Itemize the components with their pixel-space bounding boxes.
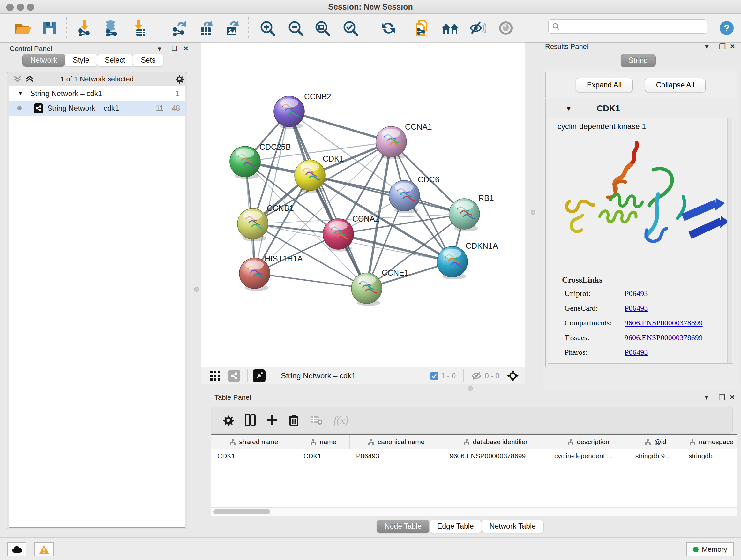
table-hscrollbar-thumb[interactable] <box>213 509 270 514</box>
cdk1-details: cyclin-dependent kinase 1 <box>548 118 733 364</box>
right-splitter-handle[interactable] <box>531 210 536 214</box>
section-disclosure-caret[interactable]: ▼ <box>565 105 572 112</box>
table-row[interactable]: CDK1CDK1P064939606.ENSP00000378699cyclin… <box>211 449 737 463</box>
network-tree-root-row[interactable]: ▼ String Network – cdk1 1 <box>9 86 185 101</box>
apply-layout-button[interactable] <box>379 18 398 38</box>
import-table-file-button[interactable] <box>129 18 149 38</box>
hidden-eye-icon[interactable] <box>471 371 482 380</box>
table-hscrollbar[interactable] <box>211 507 737 516</box>
network-node-CDC6[interactable]: CDC6 <box>389 175 440 213</box>
open-session-button[interactable] <box>13 18 33 38</box>
grid-view-icon[interactable] <box>210 370 220 381</box>
tree-disclosure-caret[interactable]: ▼ <box>18 90 23 97</box>
column-header-name[interactable]: name <box>297 435 350 449</box>
panel-menu-caret[interactable]: ▼ <box>703 394 710 401</box>
show-all-button[interactable] <box>496 18 516 38</box>
birds-eye-view-icon[interactable] <box>253 369 266 382</box>
network-tree-child-row[interactable]: String Network – cdk1 11 48 <box>9 101 185 116</box>
tab-sets[interactable]: Sets <box>133 54 163 67</box>
zoom-fit-button[interactable] <box>313 18 332 38</box>
export-network-button[interactable] <box>170 18 189 38</box>
left-splitter-handle[interactable] <box>194 287 199 292</box>
zoom-in-button[interactable] <box>258 18 277 38</box>
export-image-button[interactable] <box>222 18 242 38</box>
import-network-from-database-button[interactable] <box>101 18 121 38</box>
table-cell[interactable]: stringdb:9... <box>629 449 682 463</box>
panel-menu-caret[interactable]: ▼ <box>156 45 163 53</box>
tab-network[interactable]: Network <box>22 54 65 67</box>
tab-node-table[interactable]: Node Table <box>377 520 429 533</box>
fit-content-crosshair-icon[interactable] <box>507 369 519 382</box>
table-cell[interactable]: cyclin-dependent ... <box>548 449 629 463</box>
crosslink-link[interactable]: P06493 <box>624 289 648 298</box>
network-node-CCNB2[interactable]: CCNB2 <box>274 92 331 129</box>
column-header-@id[interactable]: @id <box>629 435 682 449</box>
table-cell[interactable]: CDK1 <box>211 449 297 463</box>
crosslink-link[interactable]: P06493 <box>624 304 648 313</box>
function-builder-icon[interactable]: f(x) <box>333 414 348 426</box>
panel-close-button[interactable]: ✕ <box>730 43 735 50</box>
panel-menu-caret[interactable]: ▼ <box>704 43 710 51</box>
export-table-button[interactable] <box>196 18 216 38</box>
network-view[interactable]: CCNB2CCNA1CDC25BCDK1CDC6RB1CCNB1CCNA2CDK… <box>201 43 525 384</box>
column-header-description[interactable]: description <box>548 435 629 449</box>
first-neighbors-button[interactable] <box>441 18 460 38</box>
warnings-button[interactable] <box>35 543 54 557</box>
column-header-shared-name[interactable]: shared name <box>211 435 297 449</box>
crosslink-link[interactable]: 9606.ENSP00000378699 <box>624 319 703 327</box>
column-header-namespace[interactable]: namespace <box>682 435 737 449</box>
table-cell[interactable]: stringdb <box>682 449 737 463</box>
panel-float-button[interactable]: ❒ <box>172 45 178 52</box>
delete-table-icon[interactable] <box>310 415 323 425</box>
memory-button[interactable]: Memory <box>686 543 734 557</box>
table-cell[interactable]: P06493 <box>350 449 443 463</box>
cloud-button[interactable] <box>7 543 26 557</box>
panel-float-button[interactable]: ❒ <box>719 393 726 402</box>
show-columns-icon[interactable] <box>245 414 256 426</box>
node-table[interactable]: shared namenamecanonical namedatabase id… <box>211 434 737 516</box>
crosslink-link[interactable]: 9606.ENSP00000378699 <box>624 333 703 342</box>
gear-icon[interactable] <box>175 74 184 84</box>
panel-float-button[interactable]: ❒ <box>719 43 726 51</box>
zoom-out-button[interactable] <box>286 18 306 38</box>
hide-selected-button[interactable] <box>468 18 488 38</box>
tab-style[interactable]: Style <box>65 54 97 67</box>
network-canvas[interactable]: CCNB2CCNA1CDC25BCDK1CDC6RB1CCNB1CCNA2CDK… <box>201 43 525 367</box>
save-session-button[interactable] <box>40 18 59 38</box>
clone-network-button[interactable] <box>412 18 432 38</box>
network-edge[interactable] <box>255 273 367 288</box>
crosslink-link[interactable]: P06493 <box>624 348 648 357</box>
table-cell[interactable]: 9606.ENSP00000378699 <box>443 449 548 463</box>
window-title: Session: New Session <box>0 2 741 11</box>
collapse-all-button[interactable]: Collapse All <box>645 78 705 92</box>
zoom-selected-button[interactable] <box>340 18 360 38</box>
column-header-database-identifier[interactable]: database identifier <box>443 435 548 449</box>
node-label: CCNB1 <box>267 204 294 212</box>
network-edge[interactable] <box>310 175 464 214</box>
network-edge[interactable] <box>289 111 391 142</box>
help-button[interactable]: ? <box>717 18 737 38</box>
table-settings-gear-icon[interactable] <box>222 415 234 426</box>
selected-checkbox-icon[interactable] <box>430 372 439 380</box>
search-input[interactable] <box>548 19 707 34</box>
panel-close-button[interactable]: ✕ <box>183 45 189 52</box>
results-scrollbar[interactable] <box>727 118 732 363</box>
bottom-splitter-handle[interactable] <box>468 386 473 391</box>
search-field[interactable] <box>548 19 707 34</box>
tab-network-table[interactable]: Network Table <box>482 520 544 533</box>
cdk1-section-header[interactable]: ▼ CDK1 <box>546 99 736 118</box>
network-node-HIST1H1A[interactable]: HIST1H1A <box>239 254 303 291</box>
panel-close-button[interactable]: ✕ <box>730 393 735 401</box>
tab-edge-table[interactable]: Edge Table <box>429 520 482 533</box>
network-node-CDKN1A[interactable]: CDKN1A <box>437 241 498 279</box>
network-node-RB1[interactable]: RB1 <box>449 193 494 232</box>
add-column-icon[interactable] <box>266 415 278 426</box>
network-share-icon[interactable] <box>228 370 240 382</box>
delete-column-trash-icon[interactable] <box>289 414 299 426</box>
expand-all-button[interactable]: Expand All <box>576 78 633 92</box>
import-network-file-button[interactable] <box>74 18 94 38</box>
column-header-canonical-name[interactable]: canonical name <box>350 435 443 449</box>
tab-select[interactable]: Select <box>97 54 133 67</box>
table-cell[interactable]: CDK1 <box>297 449 350 463</box>
tab-string[interactable]: String <box>621 54 656 67</box>
